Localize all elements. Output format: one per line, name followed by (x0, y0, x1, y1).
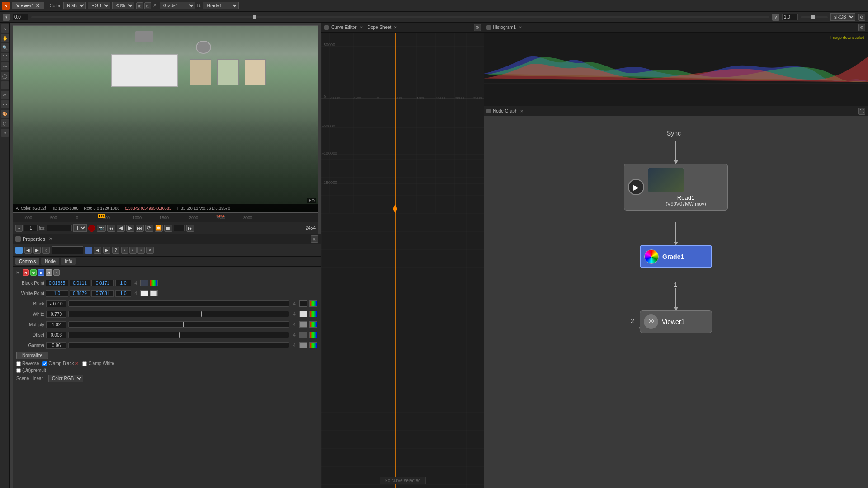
sidebar-hand-icon[interactable]: ✋ (1, 34, 9, 42)
offset-value[interactable] (46, 332, 66, 338)
curve-editor-close[interactable]: ✕ (359, 25, 363, 30)
props-view1-btn[interactable]: ▪ (121, 247, 128, 254)
snap-btn[interactable]: 📷 (97, 225, 106, 232)
record-btn[interactable] (88, 225, 95, 232)
frame-num-input[interactable] (24, 225, 38, 231)
bp-r-input[interactable] (46, 280, 68, 286)
arrow-icon[interactable]: → (15, 225, 23, 232)
ch-r-btn[interactable]: R (23, 269, 29, 276)
refresh-btn[interactable]: ↺ (42, 247, 50, 254)
sidebar-mask-icon[interactable]: ⬡ (1, 119, 9, 127)
bp-g-input[interactable] (70, 280, 90, 286)
play-stop-btn[interactable]: ⏹ (164, 225, 172, 232)
dope-sheet-close[interactable]: ✕ (394, 25, 397, 30)
black-slider[interactable] (68, 300, 289, 307)
viewer-tab[interactable]: Viewer1 ✕ (12, 2, 44, 9)
offset-slider[interactable] (68, 332, 289, 338)
b-input-select[interactable]: Grade1 (203, 2, 239, 9)
help-btn[interactable]: ? (112, 247, 119, 254)
tab-controls[interactable]: Controls (15, 258, 39, 265)
sidebar-roto-icon[interactable]: ✦ (1, 129, 9, 137)
black-value[interactable] (46, 300, 66, 307)
black-color-btn[interactable] (309, 300, 317, 307)
ch-a-btn[interactable]: A (46, 269, 52, 276)
sidebar-text-icon[interactable]: T (1, 81, 9, 89)
histogram-settings[interactable]: ⚙ (858, 24, 865, 31)
bp-a-input[interactable] (115, 280, 131, 286)
sidebar-arrow-icon[interactable]: ↖ (1, 24, 9, 33)
sidebar-draw-icon[interactable]: ✏ (1, 62, 9, 70)
node-graph-close[interactable]: ✕ (520, 109, 524, 113)
histogram-close[interactable]: ✕ (519, 25, 522, 30)
view-btn-1[interactable]: ⊞ (136, 2, 143, 9)
lut-btn[interactable]: ⚙ (858, 14, 865, 21)
play-end-btn[interactable]: ⏭ (186, 225, 194, 232)
ch-x-btn[interactable]: ✕ (53, 269, 60, 276)
tab-info[interactable]: Info (61, 258, 76, 265)
ch-b-btn[interactable]: B (38, 269, 44, 276)
white-value[interactable] (46, 311, 66, 318)
bp-b-input[interactable] (91, 280, 114, 286)
props-close-icon[interactable]: ✕ (49, 236, 52, 241)
color-picker-btn[interactable] (85, 247, 92, 254)
zoom-select[interactable]: 43% (112, 2, 134, 9)
go-end-btn[interactable]: ⏭ (136, 225, 144, 232)
props-layout-1[interactable]: ⊞ (311, 235, 318, 243)
color-swatch-btn[interactable] (15, 247, 23, 254)
sidebar-zoom-icon[interactable]: 🔍 (1, 43, 9, 52)
bp-color-btn[interactable] (150, 280, 158, 286)
props-view3-btn[interactable]: ▪ (137, 247, 145, 254)
gamma-value[interactable] (46, 342, 66, 349)
colorspace-out-select[interactable]: sRGB (830, 13, 855, 21)
clamp-white-checkbox[interactable]: Clamp White (82, 361, 114, 366)
multiply-value[interactable] (46, 321, 66, 328)
sidebar-crop-icon[interactable]: ⛶ (1, 53, 9, 61)
multiply-color-btn[interactable] (309, 321, 317, 328)
multiply-slider[interactable] (68, 321, 289, 328)
props-view2-btn[interactable]: ▪ (129, 247, 137, 254)
a-input-select[interactable]: Grade1 (160, 2, 195, 9)
prev-node-btn[interactable]: ◀ (24, 247, 32, 254)
wp-color-btn[interactable]: ⬜ (150, 290, 158, 296)
go-start-btn[interactable]: ⏮ (107, 225, 115, 232)
grade1-node[interactable]: Grade1 (640, 245, 712, 268)
gamma-input[interactable] (782, 14, 798, 20)
unpremult-checkbox[interactable]: (Un)premult (16, 368, 46, 373)
wp-b-input[interactable] (91, 290, 114, 297)
view-btn-2[interactable]: ⊡ (144, 2, 151, 9)
color-rgb-select[interactable]: Color RGB (48, 375, 83, 382)
sidebar-link-icon[interactable]: ∞ (1, 91, 9, 99)
play-loop-btn[interactable]: ⟳ (145, 225, 153, 232)
gamma-slider[interactable] (68, 342, 289, 348)
curve-settings-btn[interactable]: ⚙ (474, 24, 481, 31)
sidebar-more-icon[interactable]: ⋯ (1, 100, 9, 108)
node-name-input[interactable]: Grade1 (52, 246, 83, 254)
clamp-black-checkbox[interactable]: Clamp Black ✕ (42, 361, 79, 366)
sidebar-shape-icon[interactable]: ◯ (1, 72, 9, 80)
colorspace-select[interactable]: RGB (63, 2, 86, 9)
dope-sheet-tab[interactable]: Dope Sheet (368, 25, 392, 30)
nav-next2-btn[interactable]: ▶ (103, 247, 110, 254)
reverse-checkbox[interactable]: Reverse (16, 361, 39, 366)
white-slider[interactable] (68, 311, 289, 317)
wp-g-input[interactable] (70, 290, 90, 297)
gain-input[interactable] (13, 14, 28, 20)
wp-a-input[interactable] (115, 290, 131, 297)
gamma-color-btn[interactable] (309, 342, 317, 348)
ch-g-btn[interactable]: G (30, 269, 37, 276)
offset-color-btn[interactable] (309, 332, 317, 338)
tab-node[interactable]: Node (41, 258, 59, 265)
viewer1-node[interactable]: 👁 Viewer1 (640, 310, 712, 333)
tf-select[interactable]: TF (73, 224, 87, 232)
step-input[interactable]: 10 (174, 225, 185, 231)
sidebar-color-icon[interactable]: 🎨 (1, 110, 9, 118)
wp-r-input[interactable] (46, 290, 68, 297)
play-back-btn[interactable]: ⏪ (155, 225, 163, 232)
close-node-btn[interactable]: ✕ (146, 247, 154, 254)
play-button-icon[interactable]: ▶ (628, 179, 644, 195)
node-graph-expand[interactable]: ⛶ (858, 108, 865, 115)
play-fwd-btn[interactable]: ▶ (126, 225, 134, 232)
prev-frame-btn[interactable]: ◀ (117, 225, 125, 232)
white-color-btn[interactable] (309, 311, 317, 317)
read1-node[interactable]: ▶ Read1 (V90V07MW.mov) (624, 164, 728, 211)
